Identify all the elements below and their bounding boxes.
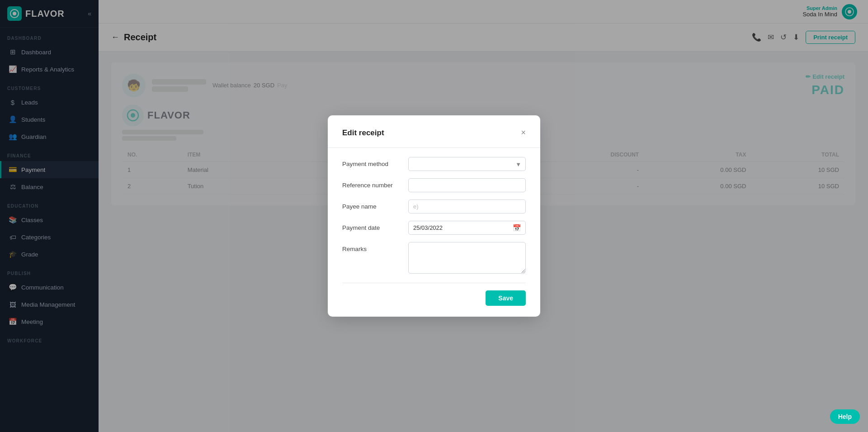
reference-number-row: Reference number <box>342 178 526 192</box>
payment-method-row: Payment method ▼ <box>342 157 526 171</box>
payee-name-input[interactable] <box>408 199 526 214</box>
payment-method-select-wrapper: ▼ <box>408 157 526 171</box>
modal-title: Edit receipt <box>342 128 384 138</box>
modal-close-button[interactable]: × <box>521 128 526 138</box>
payment-date-label: Payment date <box>342 221 401 231</box>
payment-date-input[interactable] <box>408 221 526 235</box>
modal-header: Edit receipt × <box>342 128 526 138</box>
payment-date-row: Payment date 📅 <box>342 221 526 235</box>
payment-date-wrapper: 📅 <box>408 221 526 235</box>
remarks-label: Remarks <box>342 242 401 252</box>
payee-name-label: Payee name <box>342 199 401 210</box>
help-button[interactable]: Help <box>830 409 860 424</box>
reference-number-input[interactable] <box>408 178 526 192</box>
main-area: Super Admin Soda In Mind ← Receipt 📞 ✉ ↺ <box>99 0 868 432</box>
payee-name-row: Payee name <box>342 199 526 214</box>
edit-receipt-modal: Edit receipt × Payment method ▼ <box>328 115 540 317</box>
remarks-textarea[interactable] <box>408 242 526 274</box>
remarks-row: Remarks <box>342 242 526 274</box>
payment-method-label: Payment method <box>342 157 401 167</box>
modal-divider <box>328 147 540 148</box>
payment-method-select[interactable] <box>408 157 526 171</box>
reference-number-label: Reference number <box>342 178 401 189</box>
content-area: ← Receipt 📞 ✉ ↺ ⬇ Print receipt 🧒 <box>99 24 868 432</box>
modal-overlay: Edit receipt × Payment method ▼ <box>99 24 868 432</box>
save-button[interactable]: Save <box>486 290 526 306</box>
modal-footer: Save <box>342 283 526 306</box>
